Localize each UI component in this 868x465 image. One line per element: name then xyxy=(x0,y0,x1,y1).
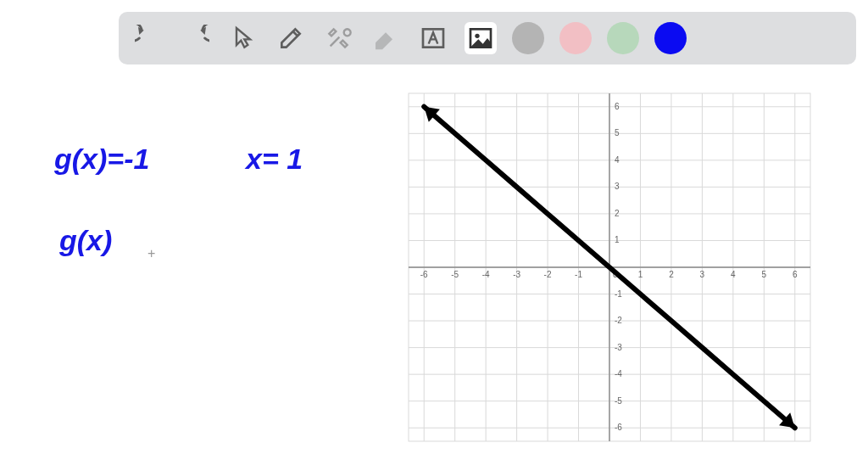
svg-text:4: 4 xyxy=(731,270,736,279)
color-pink[interactable] xyxy=(559,22,592,54)
svg-text:-2: -2 xyxy=(544,270,552,279)
handwriting-eq3: g(x) xyxy=(59,224,112,257)
svg-text:-6: -6 xyxy=(420,270,428,279)
svg-text:4: 4 xyxy=(615,155,620,165)
color-gray[interactable] xyxy=(512,22,544,54)
svg-text:6: 6 xyxy=(793,270,798,279)
text-box-button[interactable] xyxy=(417,22,449,54)
color-blue[interactable] xyxy=(654,22,687,54)
redo-icon xyxy=(182,25,209,52)
tools-icon xyxy=(325,25,352,52)
svg-point-2 xyxy=(475,34,479,38)
svg-text:-1: -1 xyxy=(575,270,582,279)
svg-text:-3: -3 xyxy=(513,270,520,279)
redo-button[interactable] xyxy=(180,22,212,54)
svg-text:-1: -1 xyxy=(615,289,622,299)
image-button[interactable] xyxy=(465,22,497,54)
eraser-icon xyxy=(372,25,399,52)
svg-text:-2: -2 xyxy=(615,316,622,325)
image-icon xyxy=(467,25,494,52)
svg-text:-5: -5 xyxy=(451,270,459,279)
svg-text:-3: -3 xyxy=(615,343,622,352)
svg-text:1: 1 xyxy=(638,270,643,279)
handwriting-eq2: x= 1 xyxy=(246,143,303,176)
svg-text:-4: -4 xyxy=(615,369,622,378)
svg-text:5: 5 xyxy=(615,128,620,137)
svg-text:2: 2 xyxy=(615,209,620,218)
color-green[interactable] xyxy=(607,22,639,54)
svg-text:2: 2 xyxy=(669,270,674,279)
text-box-icon xyxy=(420,25,447,52)
pencil-button[interactable] xyxy=(275,22,307,54)
pencil-icon xyxy=(277,25,304,52)
svg-text:3: 3 xyxy=(615,182,620,191)
undo-button[interactable] xyxy=(132,22,164,54)
handwriting-eq1: g(x)=-1 xyxy=(54,143,149,176)
svg-text:5: 5 xyxy=(762,270,767,279)
undo-icon xyxy=(135,25,162,52)
pointer-button[interactable] xyxy=(227,22,259,54)
tools-button[interactable] xyxy=(322,22,354,54)
eraser-button[interactable] xyxy=(370,22,402,54)
pointer-icon xyxy=(230,25,257,52)
svg-text:-5: -5 xyxy=(615,396,622,406)
coordinate-plane: -6-5-4-3-2-10123456-6-5-4-3-2-1123456 xyxy=(400,85,819,450)
svg-text:1: 1 xyxy=(615,235,620,244)
toolbar xyxy=(119,12,856,64)
svg-text:-6: -6 xyxy=(615,423,622,432)
svg-text:6: 6 xyxy=(615,102,620,111)
svg-text:3: 3 xyxy=(700,270,705,279)
text-cursor-icon: + xyxy=(147,246,155,261)
svg-text:-4: -4 xyxy=(482,270,490,279)
